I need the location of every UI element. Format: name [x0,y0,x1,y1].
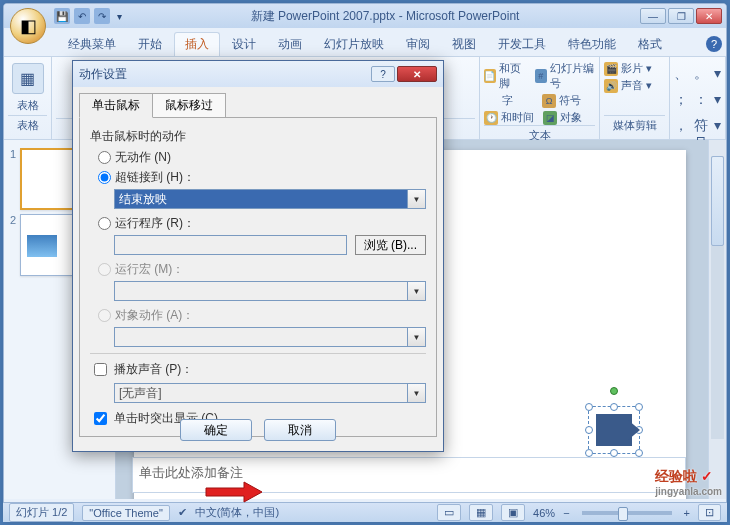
radio-run-program[interactable] [98,217,111,230]
tab-classic[interactable]: 经典菜单 [58,33,126,56]
dropdown-icon: ▼ [408,281,426,301]
table-label: 表格 [13,96,43,115]
sound-item[interactable]: 🔊声音 ▾ [604,78,652,93]
qat-dropdown-icon[interactable]: ▾ [114,8,124,24]
arrow-shape-icon [596,414,632,446]
title-bar: 💾 ↶ ↷ ▾ 新建 PowerPoint 2007.pptx - Micros… [4,4,726,28]
slide-number-icon: # [535,69,547,83]
macro-combo [114,281,408,301]
handle-sw[interactable] [585,449,593,457]
undo-icon[interactable]: ↶ [74,8,90,24]
view-normal-icon[interactable]: ▭ [437,504,461,521]
movie-icon: 🎬 [604,62,618,76]
status-theme[interactable]: "Office Theme" [82,505,169,521]
radio-object-action [98,309,111,322]
action-legend: 单击鼠标时的动作 [90,128,426,145]
handle-s[interactable] [610,449,618,457]
sound-icon: 🔊 [604,79,618,93]
radio-hyperlink[interactable] [98,171,111,184]
maximize-button[interactable]: ❐ [668,8,694,24]
zoom-in-button[interactable]: + [684,507,690,519]
media-group-label: 媒体剪辑 [604,115,665,135]
handle-nw[interactable] [585,403,593,411]
handle-w[interactable] [585,426,593,434]
object-action-combo [114,327,408,347]
app-window: ◧ 💾 ↶ ↷ ▾ 新建 PowerPoint 2007.pptx - Micr… [3,3,727,522]
dialog-panel: 单击鼠标时的动作 无动作 (N) 超链接到 (H)： ▼ 运行程序 (R)： 浏… [79,117,437,437]
radio-run-macro [98,263,111,276]
selected-shape[interactable] [592,410,636,450]
spellcheck-icon[interactable]: ✔ [178,506,187,519]
annotation-arrow-icon [204,480,264,508]
status-bar: 幻灯片 1/2 "Office Theme" ✔ 中文(简体，中国) ▭ ▦ ▣… [3,502,727,522]
dropdown-icon[interactable]: ▼ [408,383,426,403]
wordart-item[interactable]: 字Ω符号 [484,93,595,108]
handle-n[interactable] [610,403,618,411]
zoom-out-button[interactable]: − [563,507,569,519]
status-zoom[interactable]: 46% [533,507,555,519]
status-slide-number[interactable]: 幻灯片 1/2 [9,503,74,522]
ribbon-tabs: 经典菜单 开始 插入 设计 动画 幻灯片放映 审阅 视图 开发工具 特色功能 格… [54,28,726,56]
tab-review[interactable]: 审阅 [396,33,440,56]
tab-format[interactable]: 格式 [628,33,672,56]
cancel-button[interactable]: 取消 [264,419,336,441]
fit-window-button[interactable]: ⊡ [698,504,721,521]
check-icon: ✓ [701,468,713,484]
symbol-icon: Ω [542,94,556,108]
ok-button[interactable]: 确定 [180,419,252,441]
quick-access-toolbar: 💾 ↶ ↷ ▾ [48,8,130,24]
program-path-input[interactable] [114,235,347,255]
redo-icon[interactable]: ↷ [94,8,110,24]
tab-view[interactable]: 视图 [442,33,486,56]
tab-insert[interactable]: 插入 [174,32,220,56]
tab-developer[interactable]: 开发工具 [488,33,556,56]
minimize-button[interactable]: — [640,8,666,24]
object-icon: ◪ [543,111,557,125]
tab-home[interactable]: 开始 [128,33,172,56]
rotate-handle[interactable] [610,387,618,395]
handle-se[interactable] [635,449,643,457]
table-icon[interactable]: ▦ [12,63,44,94]
action-settings-dialog: 动作设置 ? ✕ 单击鼠标 鼠标移过 单击鼠标时的动作 无动作 (N) 超链接到… [72,60,444,452]
sound-combo[interactable] [114,383,408,403]
tab-design[interactable]: 设计 [222,33,266,56]
view-slideshow-icon[interactable]: ▣ [501,504,525,521]
checkbox-play-sound[interactable] [94,363,107,376]
zoom-slider[interactable] [582,511,672,515]
radio-none[interactable] [98,151,111,164]
watermark: 经验啦 ✓ jingyanla.com [655,468,722,497]
office-button[interactable]: ◧ [10,8,46,44]
dialog-title-bar[interactable]: 动作设置 ? ✕ [73,61,443,87]
window-buttons: — ❐ ✕ [640,8,726,24]
browse-button[interactable]: 浏览 (B)... [355,235,426,255]
datetime-icon: 🕐 [484,111,498,125]
datetime-item[interactable]: 🕐和时间◪对象 [484,110,595,125]
tab-animation[interactable]: 动画 [268,33,312,56]
dialog-tabs: 单击鼠标 鼠标移过 [79,93,437,118]
movie-item[interactable]: 🎬影片 ▾ [604,61,652,76]
dialog-title: 动作设置 [79,66,369,83]
header-footer-item[interactable]: 📄和页脚#幻灯片编号 [484,61,595,91]
handle-ne[interactable] [635,403,643,411]
hyperlink-combo[interactable] [114,189,408,209]
dropdown-icon: ▼ [408,327,426,347]
help-button[interactable]: ? [706,36,722,52]
header-footer-icon: 📄 [484,69,496,83]
tab-slideshow[interactable]: 幻灯片放映 [314,33,394,56]
dialog-close-button[interactable]: ✕ [397,66,437,82]
tab-featured[interactable]: 特色功能 [558,33,626,56]
vertical-scrollbar[interactable] [708,140,726,499]
dialog-actions: 确定 取消 [73,419,443,441]
dialog-body: 单击鼠标 鼠标移过 单击鼠标时的动作 无动作 (N) 超链接到 (H)： ▼ 运… [73,87,443,451]
dropdown-icon[interactable]: ▼ [408,189,426,209]
dialog-help-button[interactable]: ? [371,66,395,82]
close-button[interactable]: ✕ [696,8,722,24]
window-title: 新建 PowerPoint 2007.pptx - Microsoft Powe… [130,8,640,25]
save-icon[interactable]: 💾 [54,8,70,24]
table-group-label: 表格 [8,115,47,135]
tab-mouse-click[interactable]: 单击鼠标 [79,93,153,118]
tab-mouse-over[interactable]: 鼠标移过 [152,93,226,118]
view-sorter-icon[interactable]: ▦ [469,504,493,521]
